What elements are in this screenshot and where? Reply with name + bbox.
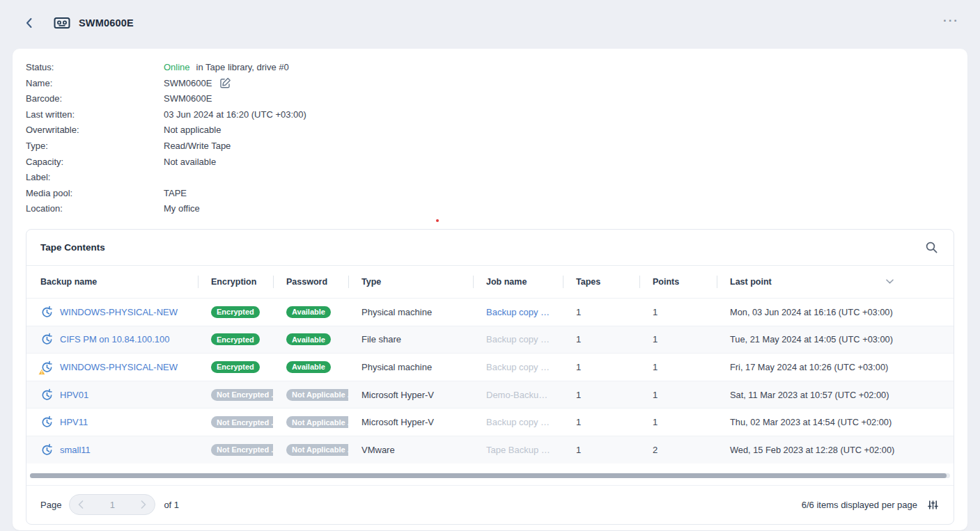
detail-row-type: Type: Read/Write Tape [26, 138, 954, 154]
type-value: Read/Write Tape [164, 138, 231, 154]
job-name-disabled: Backup copy … [473, 417, 563, 427]
tape-details-card: Status: Online in Tape library, drive #0… [13, 49, 967, 530]
chevron-right-icon [141, 500, 146, 509]
backup-name-link[interactable]: WINDOWS-PHYSICAL-NEW [60, 362, 178, 372]
table-row[interactable]: WINDOWS-PHYSICAL-NEW Encrypted Available… [26, 298, 954, 326]
detail-label: Overwritable: [26, 122, 164, 138]
password-badge: Available [286, 333, 331, 345]
cursor-dot [436, 219, 439, 222]
type-cell: VMware [348, 445, 473, 455]
table-row[interactable]: HPV01 Not Encrypted .. Not Applicable . … [26, 381, 954, 409]
points-cell: 1 [639, 362, 717, 372]
encryption-badge: Encrypted [211, 333, 260, 345]
last-point-cell: Sat, 11 Mar 2023 at 10:57 (UTC +02:00) [717, 390, 954, 400]
last-point-cell: Tue, 21 May 2024 at 14:05 (UTC +03:00) [717, 334, 954, 344]
detail-row-capacity: Capacity: Not available [26, 154, 954, 171]
detail-row-status: Status: Online in Tape library, drive #0 [26, 60, 954, 76]
password-badge: Available [286, 361, 331, 373]
backup-name-link[interactable]: small11 [60, 445, 91, 455]
last-point-cell: Mon, 03 Jun 2024 at 16:16 (UTC +03:00) [717, 307, 954, 317]
horizontal-scrollbar-thumb[interactable] [30, 473, 947, 478]
backup-name-link[interactable]: HPV11 [60, 417, 88, 427]
points-cell: 2 [639, 445, 717, 455]
detail-label: Media pool: [26, 186, 164, 202]
edit-pencil-icon [219, 77, 231, 89]
next-page-button[interactable] [132, 495, 155, 514]
column-header-job-name[interactable]: Job name [473, 266, 563, 298]
restore-point-icon [40, 333, 54, 346]
tapes-cell: 1 [563, 445, 639, 455]
back-button[interactable] [22, 15, 36, 31]
column-header-encryption[interactable]: Encryption [198, 266, 273, 298]
job-name-link[interactable]: Backup copy … [473, 307, 563, 317]
backup-name-link[interactable]: WINDOWS-PHYSICAL-NEW [60, 307, 178, 317]
table-row[interactable]: WINDOWS-PHYSICAL-NEW Encrypted Available… [26, 353, 954, 381]
page-title: SWM0600E [79, 17, 134, 29]
tape-icon [54, 16, 70, 30]
detail-label: Status: [26, 60, 164, 76]
table-row[interactable]: CIFS PM on 10.84.100.100 Encrypted Avail… [26, 326, 954, 354]
column-header-points[interactable]: Points [639, 266, 717, 298]
column-header-password[interactable]: Password [273, 266, 348, 298]
items-per-page-settings-button[interactable] [926, 498, 940, 512]
chevron-left-icon [78, 500, 84, 509]
password-badge: Not Applicable . [286, 389, 348, 401]
more-menu-button[interactable]: ··· [940, 13, 962, 33]
page-number-input[interactable] [92, 495, 132, 514]
top-bar: SWM0600E ··· [0, 0, 980, 49]
tape-contents-title: Tape Contents [40, 242, 105, 253]
detail-row-label: Label: [26, 170, 954, 186]
backup-name-link[interactable]: CIFS PM on 10.84.100.100 [60, 334, 170, 344]
chevron-left-icon [25, 17, 33, 29]
type-cell: File share [348, 334, 473, 344]
name-value: SWM0600E [164, 76, 212, 92]
tape-contents-header: Tape Contents [26, 230, 954, 266]
encryption-badge: Not Encrypted .. [211, 416, 273, 428]
column-header-tapes[interactable]: Tapes [563, 266, 639, 298]
warning-triangle-icon [38, 368, 46, 376]
detail-label: Name: [26, 76, 164, 92]
type-cell: Physical machine [348, 362, 473, 372]
points-cell: 1 [639, 417, 717, 427]
column-header-type[interactable]: Type [348, 266, 473, 298]
table-row[interactable]: small11 Not Encrypted .. Not Applicable … [26, 436, 954, 463]
detail-label: Label: [26, 170, 164, 186]
restore-point-icon [40, 443, 54, 457]
detail-row-overwritable: Overwritable: Not applicable [26, 122, 954, 138]
type-cell: Microsoft Hyper-V [348, 417, 473, 427]
tapes-cell: 1 [563, 334, 639, 344]
detail-row-location: Location: My office [26, 201, 954, 217]
restore-point-warning-icon [40, 360, 54, 374]
password-badge: Not Applicable . [286, 416, 348, 428]
last-point-cell: Fri, 17 May 2024 at 10:26 (UTC +03:00) [717, 362, 954, 372]
search-button[interactable] [924, 239, 940, 255]
detail-label: Location: [26, 201, 164, 217]
password-badge: Not Applicable . [286, 444, 348, 456]
table-footer: Page of 1 6/6 items displayed per page [26, 485, 954, 524]
horizontal-scrollbar[interactable] [30, 473, 950, 478]
tape-contents-card: Tape Contents Backup name Encryption Pas… [26, 229, 954, 525]
tapes-cell: 1 [563, 390, 639, 400]
barcode-value: SWM0600E [164, 91, 212, 107]
detail-row-media-pool: Media pool: TAPE [26, 186, 954, 202]
job-name-disabled: Demo-Backu… [473, 390, 563, 400]
rename-button[interactable] [219, 77, 231, 89]
media-pool-value: TAPE [164, 186, 187, 202]
sort-desc-icon[interactable] [886, 279, 894, 284]
column-header-backup-name[interactable]: Backup name [26, 266, 198, 298]
last-point-cell: Wed, 15 Feb 2023 at 12:28 (UTC +02:00) [717, 445, 954, 455]
page-selector [69, 494, 155, 515]
backup-name-link[interactable]: HPV01 [60, 390, 88, 400]
previous-page-button[interactable] [70, 495, 92, 514]
encryption-badge: Encrypted [211, 361, 260, 373]
points-cell: 1 [639, 334, 717, 344]
points-cell: 1 [639, 390, 717, 400]
column-header-last-point[interactable]: Last point [717, 266, 954, 298]
restore-point-icon [40, 306, 54, 319]
restore-point-icon [40, 415, 54, 429]
table-row[interactable]: HPV11 Not Encrypted .. Not Applicable . … [26, 408, 954, 436]
overwritable-value: Not applicable [164, 122, 221, 138]
job-name-disabled: Backup copy … [473, 334, 563, 344]
encryption-badge: Not Encrypted .. [211, 444, 273, 456]
page-label: Page [40, 500, 61, 510]
